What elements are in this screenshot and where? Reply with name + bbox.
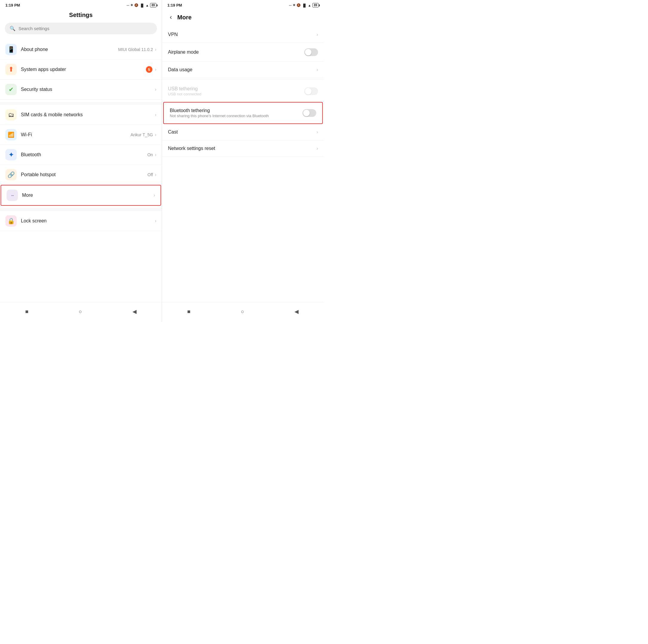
bt-chevron: ›: [155, 152, 156, 158]
page-title-left: Settings: [0, 9, 162, 23]
about-phone-chevron: ›: [155, 47, 156, 52]
search-icon: 🔍: [9, 25, 15, 31]
right-item-network-reset[interactable]: Network settings reset ›: [162, 140, 324, 157]
right-item-airplane[interactable]: Airplane mode: [162, 43, 324, 62]
about-phone-icon: 📱: [5, 44, 17, 55]
bt-value: On: [147, 152, 153, 157]
bottom-nav-right: ■ ○ ◀: [162, 302, 324, 322]
nav-back-left[interactable]: ◀: [126, 306, 143, 316]
status-bar-right: 1:19 PM ··· ✶ 🔕 ▐▌ ▲ 89: [162, 0, 324, 9]
right-item-cast[interactable]: Cast ›: [162, 124, 324, 140]
bluetooth-status-icon: ✶: [130, 3, 133, 7]
wifi-icon-r: ▲: [308, 4, 311, 7]
hotspot-content: Portable hotspot: [21, 172, 147, 177]
airplane-toggle[interactable]: [304, 48, 318, 56]
right-item-vpn[interactable]: VPN ›: [162, 26, 324, 43]
about-phone-value: MIUI Global 11.0.2: [118, 47, 153, 52]
wifi-chevron: ›: [155, 132, 156, 137]
system-apps-chevron: ›: [155, 67, 156, 72]
wifi-icon: ▲: [146, 4, 149, 7]
right-item-data-usage[interactable]: Data usage ›: [162, 62, 324, 78]
mute-icon: 🔕: [134, 3, 139, 7]
time-left: 1:19 PM: [5, 3, 20, 7]
airplane-content: Airplane mode: [168, 50, 304, 55]
data-usage-chevron: ›: [317, 67, 318, 72]
usb-label: USB tethering: [168, 86, 304, 92]
wifi-value: Ankur T_5G: [130, 132, 153, 137]
bluetooth-status-icon-r: ✶: [293, 3, 295, 7]
usb-toggle[interactable]: [304, 87, 318, 95]
right-item-usb-tethering[interactable]: USB tethering USB not connected: [162, 81, 324, 102]
bt-label: Bluetooth: [21, 152, 147, 158]
settings-item-hotspot[interactable]: 🔗 Portable hotspot Off ›: [0, 165, 162, 185]
security-label: Security status: [21, 87, 155, 92]
group-divider-1: [0, 102, 162, 105]
data-usage-label: Data usage: [168, 67, 317, 72]
system-apps-label: System apps updater: [21, 67, 146, 72]
settings-item-more[interactable]: ··· More ›: [1, 185, 161, 206]
nav-back-right[interactable]: ◀: [288, 306, 305, 316]
nav-circle-right[interactable]: ○: [235, 307, 250, 316]
about-phone-content: About phone: [21, 47, 118, 52]
data-usage-content: Data usage: [168, 67, 317, 72]
right-page-title: More: [177, 14, 192, 21]
time-right: 1:19 PM: [167, 3, 182, 7]
security-content: Security status: [21, 87, 155, 92]
nav-circle-left[interactable]: ○: [73, 307, 88, 316]
wifi-settings-icon: 📶: [5, 129, 17, 140]
search-input[interactable]: [18, 26, 152, 31]
status-bar-left: 1:19 PM ··· ✶ 🔕 ▐▌ ▲ 89: [0, 0, 162, 9]
hotspot-icon: 🔗: [5, 169, 17, 180]
status-icons-left: ··· ✶ 🔕 ▐▌ ▲ 89: [126, 3, 156, 7]
dots-icon-r: ···: [289, 4, 291, 7]
cast-label: Cast: [168, 129, 317, 135]
group-divider-2: [0, 208, 162, 211]
network-reset-label: Network settings reset: [168, 146, 317, 151]
dots-icon: ···: [126, 4, 129, 7]
hotspot-label: Portable hotspot: [21, 172, 147, 177]
status-icons-right: ··· ✶ 🔕 ▐▌ ▲ 89: [289, 3, 319, 7]
nav-square-left[interactable]: ■: [19, 307, 34, 316]
vpn-chevron: ›: [317, 32, 318, 37]
more-chevron: ›: [154, 193, 155, 198]
back-button[interactable]: ‹: [167, 12, 174, 22]
signal-icon-r: ▐▌: [302, 4, 307, 7]
cast-chevron: ›: [317, 129, 318, 135]
settings-item-system-apps-updater[interactable]: ⬆ System apps updater 5 ›: [0, 60, 162, 79]
network-reset-content: Network settings reset: [168, 146, 317, 151]
search-bar[interactable]: 🔍: [5, 23, 157, 34]
system-apps-icon: ⬆: [5, 64, 17, 75]
about-phone-label: About phone: [21, 47, 118, 52]
settings-item-wifi[interactable]: 📶 Wi-Fi Ankur T_5G ›: [0, 125, 162, 145]
settings-item-lock-screen[interactable]: 🔒 Lock screen ›: [0, 211, 162, 231]
right-item-bt-tethering[interactable]: Bluetooth tethering Not sharing this pho…: [163, 102, 323, 124]
vpn-content: VPN: [168, 32, 317, 37]
bt-tethering-content: Bluetooth tethering Not sharing this pho…: [170, 108, 303, 118]
bt-tethering-subtitle: Not sharing this phone's Internet connec…: [170, 114, 303, 118]
lock-label: Lock screen: [21, 218, 155, 224]
settings-group-2: 🗂 SIM cards & mobile networks › 📶 Wi-Fi …: [0, 105, 162, 206]
security-icon: ✔: [5, 84, 17, 95]
bt-tethering-label: Bluetooth tethering: [170, 108, 303, 113]
lock-chevron: ›: [155, 218, 156, 224]
settings-item-sim[interactable]: 🗂 SIM cards & mobile networks ›: [0, 105, 162, 125]
settings-group-3: 🔒 Lock screen ›: [0, 211, 162, 231]
settings-item-security-status[interactable]: ✔ Security status ›: [0, 79, 162, 100]
bt-tethering-toggle[interactable]: [303, 109, 316, 117]
system-apps-content: System apps updater: [21, 67, 146, 72]
wifi-label: Wi-Fi: [21, 132, 130, 137]
wifi-content: Wi-Fi: [21, 132, 130, 137]
bottom-nav-left: ■ ○ ◀: [0, 302, 162, 322]
network-reset-chevron: ›: [317, 146, 318, 151]
hotspot-chevron: ›: [155, 172, 156, 177]
nav-square-right[interactable]: ■: [181, 307, 197, 316]
airplane-label: Airplane mode: [168, 50, 304, 55]
hotspot-value: Off: [147, 172, 153, 177]
right-header: ‹ More: [162, 9, 324, 26]
settings-item-bluetooth[interactable]: ✦ Bluetooth On ›: [0, 145, 162, 165]
battery-right: 89: [312, 3, 319, 7]
mute-icon-r: 🔕: [296, 3, 301, 7]
settings-item-about-phone[interactable]: 📱 About phone MIUI Global 11.0.2 ›: [0, 40, 162, 60]
usb-subtitle: USB not connected: [168, 92, 304, 96]
cast-content: Cast: [168, 129, 317, 135]
